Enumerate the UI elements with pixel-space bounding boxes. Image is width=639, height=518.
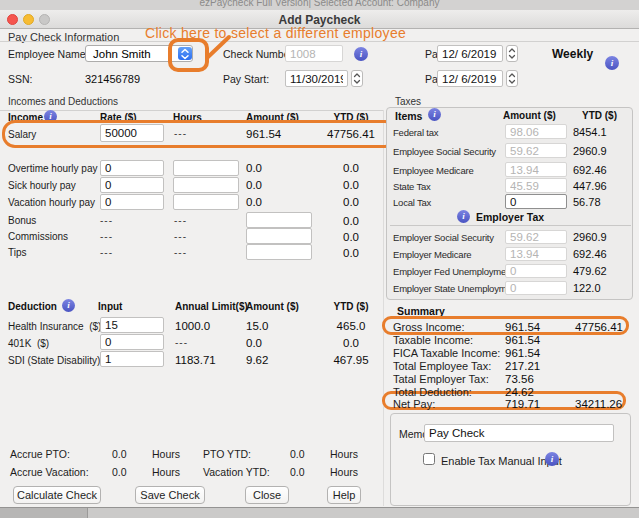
accrue-row-unit: Hours: [152, 448, 180, 460]
frequency-info-icon[interactable]: i: [605, 56, 619, 70]
summary-row-label: Tatal Employer Tax:: [393, 373, 489, 385]
enable-tax-manual-checkbox[interactable]: [423, 453, 435, 465]
pay-start-stepper-icon[interactable]: [351, 70, 363, 87]
sdi-input[interactable]: [100, 351, 164, 367]
pay-date-stepper-icon[interactable]: [506, 45, 518, 62]
employer-state-unemployment-input: [505, 281, 567, 295]
tax-row-ytd: 56.78: [573, 196, 601, 209]
annotation-text: Click here to select a different employe…: [145, 25, 406, 41]
accrue-ytd-value: 0.0: [290, 448, 305, 460]
federal-tax-input: [505, 124, 567, 139]
tax-row-label: State Tax: [393, 181, 431, 193]
calculate-check-button[interactable]: Calculate Check: [13, 486, 101, 504]
tax-row-label: Employee Social Security: [393, 146, 496, 158]
ssn-value: 321456789: [85, 73, 140, 86]
local-tax-input[interactable]: [505, 194, 567, 209]
employee-name-value: John Smith: [93, 48, 151, 60]
input-col-header: Input: [98, 301, 122, 313]
summary-row-label: Gross Income:: [393, 321, 465, 333]
income-row-label: Bonus: [8, 214, 36, 227]
deduction-ytd: 465.0: [318, 319, 384, 333]
memo-input[interactable]: [424, 424, 614, 442]
ssn-label: SSN:: [8, 73, 33, 85]
income-row-amount: 0.0: [246, 161, 262, 175]
employer-fed-unemployment-input: [505, 264, 567, 278]
overtime-hours-input[interactable]: [173, 160, 239, 176]
check-number-info-icon[interactable]: i: [354, 47, 368, 61]
state-tax-input: [505, 178, 567, 193]
vacation-hours-input[interactable]: [173, 194, 239, 210]
deduction-row-label: 401K ($): [8, 337, 49, 350]
deduction-row-label: Health Insurance ($): [8, 320, 101, 333]
accrue-ytd-unit: Hours: [330, 448, 358, 460]
pay-end-stepper-icon[interactable]: [506, 70, 518, 87]
tax-ytd-col-header: YTD ($): [582, 110, 617, 122]
deduction-amount: 9.62: [246, 353, 268, 367]
save-check-button[interactable]: Save Check: [135, 486, 205, 504]
deduction-info-icon[interactable]: i: [62, 299, 75, 312]
income-row-ytd: 0.0: [318, 195, 384, 209]
deduction-ytd: 467.95: [318, 353, 384, 367]
tax-row-label: Employer Medicare: [393, 249, 471, 261]
deduction-ytd-col-header: YTD ($): [318, 301, 384, 313]
deduction-amount-col-header: Amount ($): [246, 301, 299, 313]
deduction-ytd: 0.0: [318, 336, 384, 350]
accrue-ytd-unit: Hours: [330, 466, 358, 478]
section-divider: [0, 41, 639, 42]
employee-ss-input: [505, 143, 567, 158]
pay-start-input[interactable]: [285, 70, 348, 87]
tax-row-label: Employer Social Security: [393, 232, 494, 244]
income-row-label: Overtime hourly pay: [8, 162, 97, 175]
employer-medicare-input: [505, 247, 567, 261]
help-button[interactable]: Help: [327, 486, 361, 504]
tax-amount-col-header: Amount ($): [503, 110, 556, 122]
sick-hours-input[interactable]: [173, 177, 239, 193]
accrue-row-label: Accrue PTO:: [10, 448, 70, 460]
401k-input[interactable]: [100, 334, 164, 350]
deduction-row-label: SDI (State Disability): [8, 354, 100, 367]
accrue-row-value: 0.0: [112, 466, 127, 478]
income-row-amount: 0.0: [246, 195, 262, 209]
close-button[interactable]: Close: [245, 486, 289, 504]
summary-row-label: Taxable Income:: [393, 334, 473, 346]
items-info-icon[interactable]: i: [428, 108, 441, 121]
pay-end-input[interactable]: [437, 70, 503, 87]
employer-tax-divider: [390, 225, 631, 226]
tips-rate-dash: ---: [100, 246, 113, 260]
sick-rate-input[interactable]: [100, 177, 164, 193]
employer-tax-section-label: Employer Tax: [476, 211, 544, 223]
summary-row-label: FICA Taxable Income:: [393, 347, 500, 359]
salary-amount-value: 961.54: [246, 127, 281, 141]
income-row-ytd: 0.0: [318, 161, 384, 175]
health-insurance-input[interactable]: [100, 317, 164, 333]
income-row-amount: 0.0: [246, 178, 262, 192]
tax-manual-info-icon[interactable]: i: [545, 452, 559, 466]
salary-rate-input[interactable]: [100, 124, 164, 142]
accrue-ytd-value: 0.0: [290, 466, 305, 478]
tax-row-ytd: 122.0: [573, 282, 601, 295]
overtime-rate-input[interactable]: [100, 160, 164, 176]
annual-limit-col-header: Annual Limit($): [175, 301, 248, 313]
tax-row-label: Local Tax: [393, 197, 431, 209]
commissions-amount-input[interactable]: [246, 228, 312, 244]
income-row-label: Tips: [8, 246, 27, 259]
tax-row-ytd: 692.46: [573, 248, 607, 261]
summary-row-label: Net Pay:: [393, 398, 435, 410]
salary-hours-value: ---: [174, 127, 187, 141]
employer-ss-input: [505, 230, 567, 244]
employer-tax-info-icon[interactable]: i: [457, 210, 470, 223]
income-row-ytd: 0.0: [318, 178, 384, 192]
salary-ytd-value: 47756.41: [318, 127, 384, 141]
incomes-section-divider: [0, 110, 383, 111]
deduction-annual-limit: ---: [175, 336, 188, 350]
items-col-header: Items: [395, 110, 422, 122]
accrue-row-value: 0.0: [112, 448, 127, 460]
pay-date-input[interactable]: [437, 45, 503, 62]
tax-row-ytd: 2960.9: [573, 231, 607, 244]
summary-row-ytd: 34211.26: [575, 397, 622, 411]
bonus-hours-dash: ---: [174, 214, 187, 228]
bonus-amount-input[interactable]: [246, 212, 312, 228]
tips-amount-input[interactable]: [246, 244, 312, 260]
vacation-rate-input[interactable]: [100, 194, 164, 210]
commissions-rate-dash: ---: [100, 230, 113, 244]
